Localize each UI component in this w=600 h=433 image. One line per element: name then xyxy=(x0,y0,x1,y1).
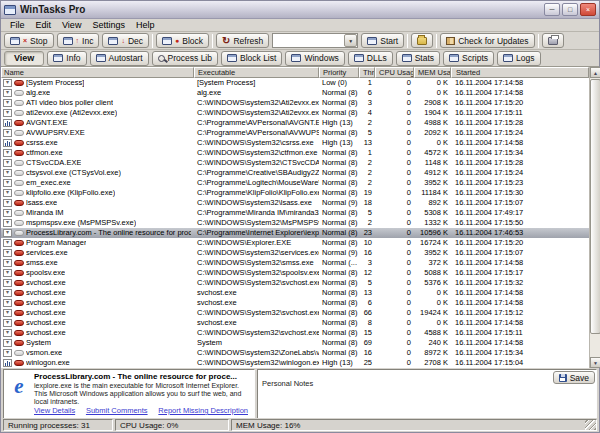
resize-grip[interactable] xyxy=(585,419,596,430)
table-row[interactable]: ▾smss.exeC:\WINDOWS\System32\smss.exeNor… xyxy=(1,258,589,268)
process-threads: 16 xyxy=(359,248,375,258)
table-row[interactable]: winlogon.exeC:\WINDOWS\system32\winlogon… xyxy=(1,358,589,368)
tab-windows[interactable]: Windows xyxy=(285,51,344,66)
table-row[interactable]: ▾vsmon.exeC:\WINDOWS\system32\ZoneLabs\v… xyxy=(1,348,589,358)
table-row[interactable]: ▾lsass.exeC:\WINDOWS\system32\lsass.exeN… xyxy=(1,198,589,208)
process-name: services.exe xyxy=(26,248,68,258)
tab-scripts[interactable]: Scripts xyxy=(443,51,494,66)
vertical-scrollbar[interactable]: ▲ ▼ xyxy=(589,67,600,368)
process-mem-usage: 8972 K xyxy=(414,348,451,358)
process-priority: Normal (8) xyxy=(319,208,359,218)
table-row[interactable]: ▾CTSvcCDA.EXEC:\WINDOWS\System32\CTSvcCD… xyxy=(1,158,589,168)
menu-item-view[interactable]: View xyxy=(57,20,86,30)
stop-button[interactable]: × Stop xyxy=(4,33,54,48)
table-row[interactable]: ▾svchost.exesvchost.exeNormal (8)1300 K1… xyxy=(1,288,589,298)
print-button[interactable] xyxy=(542,33,564,48)
menu-item-help[interactable]: Help xyxy=(131,20,160,30)
table-row[interactable]: ▾alg.exealg.exeNormal (8)600 K16.11.2004… xyxy=(1,88,589,98)
table-row[interactable]: ▾SystemSystemNormal (8)690240 K16.11.200… xyxy=(1,338,589,348)
process-cpu-usage: 0 xyxy=(375,88,414,98)
mem-usage-text: MEM Usage: 16% xyxy=(236,421,300,430)
tab-info[interactable]: Info xyxy=(47,51,86,66)
process-started: 16.11.2004 17:15:12 xyxy=(451,308,589,318)
tab-logs[interactable]: Logs xyxy=(497,51,540,66)
process-executable: C:\WINDOWS\System32\CTSvcCDA.EXE xyxy=(194,158,319,168)
menu-item-settings[interactable]: Settings xyxy=(87,20,130,30)
process-state-icon: ▾ xyxy=(3,249,12,257)
titlebar[interactable]: WinTasks Pro ─ □ × xyxy=(1,1,599,19)
dec-priority-button[interactable]: ↓ Dec xyxy=(102,33,149,48)
column-header-started[interactable]: Started xyxy=(451,67,589,78)
table-row[interactable]: ▾svchost.exesvchost.exeNormal (8)800 K16… xyxy=(1,318,589,328)
process-status-red-icon xyxy=(14,120,24,126)
table-row[interactable]: ▾svchost.exeC:\WINDOWS\System32\svchost.… xyxy=(1,278,589,288)
table-row[interactable]: csrss.exeC:\WINDOWS\System32\csrss.exeHi… xyxy=(1,138,589,148)
maximize-button[interactable]: □ xyxy=(562,3,578,16)
report-missing-description-link[interactable]: Report Missing Description xyxy=(158,406,248,415)
process-status-gray-icon xyxy=(14,180,24,186)
current-view-tab[interactable]: View xyxy=(4,51,44,66)
scroll-down-icon[interactable]: ▼ xyxy=(590,357,600,368)
table-row[interactable]: ▾klipfolio.exe (KlipFolio.exe)C:\Program… xyxy=(1,188,589,198)
chevron-down-icon[interactable]: ▼ xyxy=(344,34,357,47)
process-mem-usage: 19424 K xyxy=(414,308,451,318)
process-state-icon: ▾ xyxy=(3,79,12,87)
table-row[interactable]: ▾mspmspsv.exe (MsPMSPSv.exe)C:\WINDOWS\S… xyxy=(1,218,589,228)
table-row[interactable]: ▾svchost.exeC:\WINDOWS\system32\svchost.… xyxy=(1,328,589,338)
column-header-mem[interactable]: MEM Usage xyxy=(414,67,451,78)
table-row[interactable]: ▾svchost.exeC:\WINDOWS\System32\svchost.… xyxy=(1,308,589,318)
process-cpu-usage: 0 xyxy=(375,98,414,108)
column-header-threads[interactable]: Threads xyxy=(359,67,375,78)
process-priority: Normal (8) xyxy=(319,168,359,178)
menu-item-edit[interactable]: Edit xyxy=(31,20,57,30)
column-header-priority[interactable]: Priority xyxy=(319,67,359,78)
process-filter-combobox[interactable]: ▼ xyxy=(272,33,358,48)
table-row[interactable]: AVGNT.EXEC:\Programme\AVPersonal\AVGNT.E… xyxy=(1,118,589,128)
view-details-link[interactable]: View Details xyxy=(34,406,75,415)
start-button[interactable]: Start xyxy=(361,33,404,48)
table-row[interactable]: ▾[System Process][System Process]Low (0)… xyxy=(1,78,589,88)
column-header-cpu[interactable]: CPU Usage xyxy=(375,67,414,78)
menu-item-file[interactable]: File xyxy=(5,20,30,30)
column-header-name[interactable]: Name xyxy=(1,67,194,78)
check-updates-button[interactable]: Check for Updates xyxy=(440,33,534,48)
tab-stats[interactable]: Stats xyxy=(396,51,440,66)
scroll-up-icon[interactable]: ▲ xyxy=(590,67,600,78)
tab-dlls[interactable]: DLLs xyxy=(348,51,393,66)
open-button[interactable] xyxy=(411,33,433,48)
table-row[interactable]: ▾ctfmon.exeC:\WINDOWS\system32\ctfmon.ex… xyxy=(1,148,589,158)
process-threads: 1 xyxy=(359,148,375,158)
table-row[interactable]: ▾ATI video bios poller clientC:\WINDOWS\… xyxy=(1,98,589,108)
minimize-button[interactable]: ─ xyxy=(544,3,560,16)
table-row[interactable]: ▾ctsysvol.exe (CTSysVol.exe)C:\Programme… xyxy=(1,168,589,178)
scrollbar-thumb[interactable] xyxy=(590,79,600,334)
process-executable: C:\WINDOWS\system32\services.exe xyxy=(194,248,319,258)
column-header-executable[interactable]: Executable xyxy=(194,67,319,78)
save-button[interactable]: Save xyxy=(553,371,595,384)
refresh-button[interactable]: ↻ Refresh xyxy=(216,33,269,48)
table-row[interactable]: ▾ProcessLibrary.com - The online resourc… xyxy=(1,228,589,238)
table-row[interactable]: ▾AVWUPSRV.EXEC:\Programme\AVPersonal\AVW… xyxy=(1,128,589,138)
table-row[interactable]: ▾Miranda IMC:\Programme\Miranda IM\miran… xyxy=(1,208,589,218)
scrollbar-track[interactable] xyxy=(590,78,600,357)
process-threads: 2 xyxy=(359,168,375,178)
process-started: 16.11.2004 17:14:58 xyxy=(451,138,589,148)
inc-priority-button[interactable]: ↑ Inc xyxy=(57,33,100,48)
table-row[interactable]: ▾svchost.exesvchost.exeNormal (8)600 K16… xyxy=(1,298,589,308)
process-started: 16.11.2004 17:15:23 xyxy=(451,178,589,188)
table-row[interactable]: ▾spoolsv.exeC:\WINDOWS\System32\spoolsv.… xyxy=(1,268,589,278)
tab-autostart[interactable]: Autostart xyxy=(90,51,149,66)
table-row[interactable]: ▾ati2evxx.exe (Ati2evxx.exe)C:\WINDOWS\s… xyxy=(1,108,589,118)
menubar: File Edit View Settings Help xyxy=(1,19,599,32)
table-row[interactable]: ▾Program ManagerC:\WINDOWS\Explorer.EXEN… xyxy=(1,238,589,248)
tab-process-lib[interactable]: Process Lib xyxy=(152,51,218,66)
tab-block-list[interactable]: Block List xyxy=(221,51,282,66)
block-button[interactable]: ● Block xyxy=(156,33,209,48)
table-row[interactable]: ▾services.exeC:\WINDOWS\system32\service… xyxy=(1,248,589,258)
table-row[interactable]: ▾em_exec.exeC:\Programme\Logitech\MouseW… xyxy=(1,178,589,188)
process-executable: svchost.exe xyxy=(194,288,319,298)
personal-notes-input[interactable]: Personal Notes Save xyxy=(257,369,597,419)
close-button[interactable]: × xyxy=(580,3,596,16)
process-status-red-icon xyxy=(14,240,24,246)
submit-comments-link[interactable]: Submit Comments xyxy=(86,406,148,415)
